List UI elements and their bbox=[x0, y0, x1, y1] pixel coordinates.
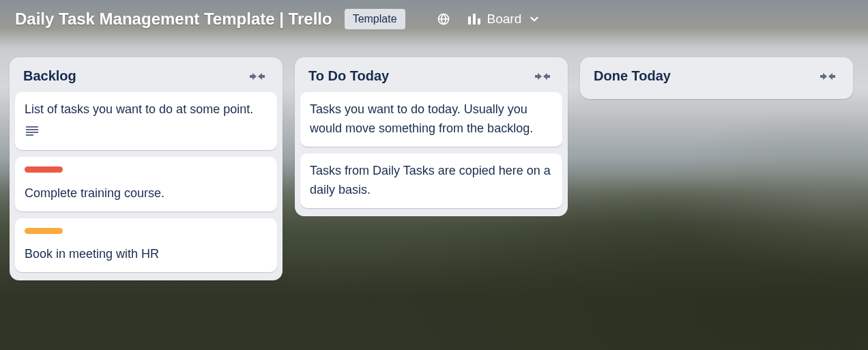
card[interactable]: Tasks from Daily Tasks are copied here o… bbox=[300, 154, 562, 208]
card-text: Tasks you want to do today. Usually you … bbox=[310, 100, 553, 138]
collapse-list-button[interactable] bbox=[531, 69, 554, 84]
chevron-down-icon bbox=[528, 13, 540, 25]
template-badge[interactable]: Template bbox=[345, 9, 405, 29]
list-header: To Do Today bbox=[300, 65, 562, 92]
visibility-button[interactable] bbox=[431, 7, 456, 31]
card-text: Tasks from Daily Tasks are copied here o… bbox=[310, 162, 553, 200]
description-icon bbox=[25, 126, 38, 136]
board-title[interactable]: Daily Task Management Template | Trello bbox=[15, 10, 332, 29]
list-done-today: Done Today bbox=[580, 57, 853, 99]
card[interactable]: List of tasks you want to do at some poi… bbox=[15, 92, 277, 150]
list-header: Backlog bbox=[15, 65, 277, 92]
svg-rect-1 bbox=[26, 126, 38, 128]
list-header: Done Today bbox=[585, 65, 848, 92]
svg-rect-3 bbox=[26, 132, 38, 133]
card-text: List of tasks you want to do at some poi… bbox=[25, 100, 267, 119]
board-header: Daily Task Management Template | Trello … bbox=[0, 0, 868, 42]
board-view-icon bbox=[468, 14, 480, 25]
list-title[interactable]: To Do Today bbox=[308, 68, 389, 84]
collapse-icon bbox=[534, 72, 551, 81]
card-label-red[interactable] bbox=[25, 166, 63, 173]
board-canvas: Backlog List of tasks you want to do at … bbox=[0, 42, 868, 280]
card-text: Complete training course. bbox=[25, 184, 267, 203]
list-title[interactable]: Backlog bbox=[23, 68, 76, 84]
card-text: Book in meeting with HR bbox=[25, 245, 267, 264]
list-title[interactable]: Done Today bbox=[594, 68, 671, 84]
svg-rect-2 bbox=[26, 129, 38, 130]
list-backlog: Backlog List of tasks you want to do at … bbox=[10, 57, 283, 280]
collapse-list-button[interactable] bbox=[246, 69, 269, 84]
card[interactable]: Tasks you want to do today. Usually you … bbox=[300, 92, 562, 147]
card[interactable]: Book in meeting with HR bbox=[15, 218, 277, 273]
card[interactable]: Complete training course. bbox=[15, 157, 277, 212]
list-to-do-today: To Do Today Tasks you want to do today. … bbox=[295, 57, 568, 216]
collapse-list-button[interactable] bbox=[816, 69, 839, 84]
card-label-orange[interactable] bbox=[25, 228, 63, 234]
svg-rect-4 bbox=[26, 134, 33, 136]
collapse-icon bbox=[819, 72, 837, 81]
board-view-label: Board bbox=[487, 12, 522, 27]
board-view-switcher[interactable]: Board bbox=[464, 7, 545, 31]
globe-icon bbox=[437, 12, 450, 26]
collapse-icon bbox=[248, 72, 266, 81]
